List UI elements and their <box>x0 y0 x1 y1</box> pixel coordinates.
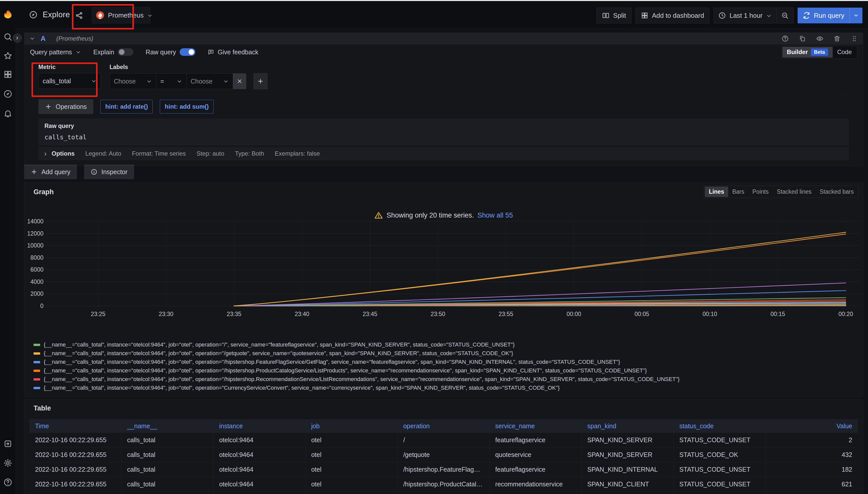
query-patterns-dropdown[interactable]: Query patterns <box>30 49 81 56</box>
apps-grid-icon <box>641 12 649 19</box>
graph-mode-stacked-lines[interactable]: Stacked lines <box>773 187 816 197</box>
table-cell: STATUS_CODE_UNSET <box>674 433 766 447</box>
query-help-icon[interactable] <box>782 35 789 42</box>
query-options-row[interactable]: Options Legend: AutoFormat: Time seriesS… <box>38 147 849 160</box>
metric-select[interactable]: calls_total <box>38 73 101 89</box>
split-button[interactable]: Split <box>597 7 631 23</box>
add-query-button[interactable]: Add query <box>24 165 77 179</box>
gear-icon[interactable] <box>3 458 13 468</box>
time-series-chart[interactable]: 0200040006000800010000120001400023:2523:… <box>25 217 862 340</box>
legend-label: {__name__="calls_total", instance="otelc… <box>44 350 513 357</box>
dashboards-icon[interactable] <box>3 70 13 79</box>
label-operator-select[interactable]: = <box>156 73 186 89</box>
graph-mode-stacked-bars[interactable]: Stacked bars <box>816 187 858 197</box>
search-icon[interactable] <box>3 32 13 41</box>
table-cell: calls_total <box>122 462 214 477</box>
table-cell: 2022-10-16 00:22:29.655 <box>30 477 122 492</box>
legend-item[interactable]: {__name__="calls_total", instance="otelc… <box>34 349 858 358</box>
legend-item[interactable]: {__name__="calls_total", instance="otelc… <box>34 358 858 366</box>
svg-text:23:35: 23:35 <box>227 311 241 317</box>
metric-label: Metric <box>38 64 101 71</box>
operations-label: Operations <box>56 103 87 110</box>
add-to-dashboard-button[interactable]: Add to dashboard <box>635 7 709 23</box>
share-icon[interactable] <box>75 11 82 18</box>
option-summary-item: Exemplars: false <box>275 150 320 157</box>
table-column-header-status-code[interactable]: status_code <box>674 419 766 433</box>
run-query-button[interactable]: Run query <box>798 7 863 23</box>
datasource-name: Prometheus <box>108 12 144 19</box>
sign-in-icon[interactable] <box>3 439 13 448</box>
add-query-label: Add query <box>41 168 70 176</box>
legend-swatch-icon <box>34 361 40 363</box>
delete-query-trash-icon[interactable] <box>833 35 840 42</box>
code-mode-button[interactable]: Code <box>833 47 856 57</box>
builder-label: Builder <box>787 49 808 56</box>
svg-text:23:40: 23:40 <box>295 311 309 317</box>
give-feedback-link[interactable]: Give feedback <box>207 49 258 56</box>
inspector-button[interactable]: Inspector <box>84 165 134 179</box>
svg-text:23:30: 23:30 <box>159 311 174 317</box>
operations-row: Operations hint: add rate() hint: add su… <box>38 95 849 118</box>
hint-add-rate-button[interactable]: hint: add rate() <box>101 100 153 113</box>
table-column-header-job[interactable]: job <box>306 419 398 433</box>
label-value-select[interactable]: Choose <box>186 73 233 89</box>
run-query-dropdown[interactable] <box>849 7 863 23</box>
table-cell: otel <box>306 448 398 462</box>
legend-label: {__name__="calls_total", instance="otelc… <box>44 359 620 365</box>
add-label-filter-button[interactable] <box>253 73 268 89</box>
grafana-logo-icon[interactable] <box>3 8 13 19</box>
legend-item[interactable]: {__name__="calls_total", instance="otelc… <box>34 384 858 392</box>
legend-label: {__name__="calls_total", instance="otelc… <box>44 385 560 391</box>
duplicate-query-icon[interactable] <box>799 35 806 42</box>
collapse-chevron-icon[interactable] <box>30 36 35 41</box>
split-label: Split <box>613 12 626 20</box>
svg-text:23:50: 23:50 <box>431 311 446 317</box>
legend-item[interactable]: {__name__="calls_total", instance="otelc… <box>34 366 858 375</box>
legend-item[interactable]: {__name__="calls_total", instance="otelc… <box>34 392 858 394</box>
raw-query-toggle[interactable] <box>180 48 195 56</box>
table-cell: recommendationservice <box>490 492 582 494</box>
disable-query-eye-icon[interactable] <box>816 35 823 42</box>
star-icon[interactable] <box>3 51 13 60</box>
query-row-header[interactable]: A (Prometheus) <box>24 33 863 44</box>
hint-add-sum-button[interactable]: hint: add sum() <box>160 100 214 113</box>
explain-toggle[interactable] <box>117 48 133 56</box>
table-cell: otel <box>306 477 398 492</box>
label-name-select[interactable]: Choose <box>109 73 156 89</box>
legend-swatch-icon <box>34 378 40 381</box>
table-cell: / <box>398 433 490 447</box>
time-range-button[interactable]: Last 1 hour <box>714 8 776 23</box>
legend-item[interactable]: {__name__="calls_total", instance="otelc… <box>34 375 858 384</box>
expand-pane-button[interactable] <box>13 34 22 43</box>
remove-label-filter-button[interactable] <box>233 73 246 89</box>
table-cell: otelcol:9464 <box>214 462 305 477</box>
raw-query-toggle-label: Raw query <box>146 49 176 56</box>
add-operation-button[interactable]: Operations <box>38 99 93 114</box>
svg-text:00:00: 00:00 <box>567 311 581 317</box>
alerting-bell-icon[interactable] <box>3 109 13 118</box>
svg-text:2000: 2000 <box>31 290 43 297</box>
label-operator-value: = <box>160 78 164 85</box>
legend-item[interactable]: {__name__="calls_total", instance="otelc… <box>34 340 858 349</box>
graph-mode-lines[interactable]: Lines <box>705 187 728 197</box>
datasource-picker[interactable]: Prometheus <box>92 7 150 23</box>
drag-handle-icon[interactable] <box>851 35 858 42</box>
builder-mode-button[interactable]: Builder Beta <box>782 47 833 58</box>
chevron-down-icon <box>75 49 81 55</box>
legend-swatch-icon <box>34 369 40 372</box>
table-column-header-service-name[interactable]: service_name <box>490 419 582 433</box>
graph-mode-bars[interactable]: Bars <box>728 187 748 197</box>
table-row: 2022-10-16 00:22:29.655calls_totalotelco… <box>30 492 858 494</box>
grafana-explore-app: Explore Prometheus Split Add to dashboar… <box>0 0 868 494</box>
table-column-header-value[interactable]: Value <box>766 419 858 433</box>
table-column-header-operation[interactable]: operation <box>398 419 490 433</box>
graph-mode-points[interactable]: Points <box>748 187 773 197</box>
table-cell: /hipstershop.ProductCatalogS… <box>398 477 490 492</box>
table-column-header--name-[interactable]: __name__ <box>122 419 214 433</box>
zoom-out-time-button[interactable] <box>776 8 793 23</box>
table-column-header-instance[interactable]: instance <box>214 419 305 433</box>
help-icon[interactable] <box>3 478 13 487</box>
explore-compass-icon[interactable] <box>3 89 13 98</box>
table-column-header-time[interactable]: Time <box>30 419 122 433</box>
table-column-header-span-kind[interactable]: span_kind <box>582 419 674 433</box>
